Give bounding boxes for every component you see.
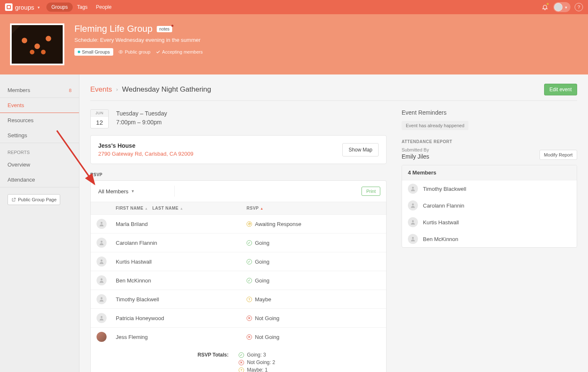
submitted-by-label: Submitted By <box>402 147 429 152</box>
svg-point-11 <box>412 237 414 239</box>
status-icon: ✕ <box>247 316 252 321</box>
member-filter-select[interactable]: All Members ▼ <box>97 188 135 195</box>
member-name: Carolann Flannin <box>423 203 464 209</box>
svg-point-6 <box>101 297 103 299</box>
total-line: ?Maybe: 1 <box>239 367 380 372</box>
event-month: JUN <box>91 110 108 117</box>
svg-point-10 <box>412 220 414 222</box>
table-row[interactable]: Marla Briland⏱Awaiting Response <box>91 215 386 233</box>
bell-icon[interactable] <box>540 2 550 12</box>
avatar-icon <box>97 219 107 229</box>
sidebar-item-settings[interactable]: Settings <box>0 128 79 143</box>
avatar-icon <box>408 184 418 194</box>
members-card: 4 Members Timothy BlackwellCarolann Flan… <box>402 165 577 248</box>
table-row[interactable]: Jess Fleming✕Not Going <box>91 328 386 346</box>
table-row[interactable]: Timothy Blackwell?Maybe <box>91 290 386 309</box>
public-group-page-button[interactable]: Public Group Page <box>8 194 60 205</box>
notes-badge[interactable]: notes <box>157 26 172 32</box>
user-menu[interactable]: ▾ <box>553 2 570 12</box>
status-icon: ✓ <box>247 259 252 264</box>
svg-point-3 <box>101 241 103 243</box>
rsvp-status: Going <box>255 240 270 246</box>
modify-report-button[interactable]: Modify Report <box>540 150 577 160</box>
svg-point-2 <box>101 222 103 224</box>
attendance-report-label: ATTENDANCE REPORT <box>402 139 577 144</box>
brand-name: groups <box>15 4 34 11</box>
nav-groups[interactable]: Groups <box>46 3 73 12</box>
svg-point-5 <box>101 278 103 280</box>
table-row[interactable]: Patricia Honeywood✕Not Going <box>91 309 386 328</box>
member-name: Patricia Honeywood <box>116 315 247 321</box>
status-icon: ✕ <box>247 334 252 340</box>
status-icon: ⏱ <box>247 221 252 227</box>
nav-people[interactable]: People <box>92 3 116 12</box>
svg-point-4 <box>101 259 103 262</box>
rsvp-status: Maybe <box>255 296 271 303</box>
member-row[interactable]: Timothy Blackwell <box>402 180 577 197</box>
total-line: ✕Not Going: 2 <box>239 359 380 365</box>
col-first-name[interactable]: FIRST NAME <box>116 206 143 210</box>
event-status-badge: Event has already happened <box>402 121 468 130</box>
help-icon[interactable]: ? <box>575 3 583 11</box>
rsvp-status: Not Going <box>255 315 280 321</box>
avatar-icon <box>408 200 418 210</box>
svg-point-7 <box>101 316 103 318</box>
col-rsvp[interactable]: RSVP <box>247 206 259 210</box>
location-card: Jess's House 2790 Gateway Rd, Carlsbad, … <box>90 135 387 164</box>
avatar-icon <box>97 275 107 285</box>
svg-point-0 <box>120 51 121 53</box>
avatar-icon <box>554 3 563 11</box>
avatar-icon <box>408 234 418 244</box>
table-row[interactable]: Kurtis Hastwall✓Going <box>91 252 386 271</box>
member-name: Kurtis Hastwall <box>423 219 459 226</box>
member-row[interactable]: Kurtis Hastwall <box>402 214 577 231</box>
member-name: Carolann Flannin <box>116 240 247 246</box>
total-line: ✓Going: 3 <box>239 352 380 358</box>
rsvp-status: Not Going <box>255 334 280 340</box>
table-row[interactable]: Ben McKinnon✓Going <box>91 271 386 290</box>
col-last-name[interactable]: LAST NAME <box>152 206 178 210</box>
member-row[interactable]: Ben McKinnon <box>402 231 577 247</box>
sidebar-section-reports: REPORTS <box>0 143 79 157</box>
accepting-label: Accepting members <box>155 49 203 54</box>
rsvp-section-label: RSVP <box>90 172 387 177</box>
print-button[interactable]: Print <box>361 187 380 196</box>
sidebar: Members8 Events Resources Settings REPOR… <box>0 74 79 372</box>
chevron-right-icon: › <box>116 87 118 92</box>
group-header: Fleming Life Group notes Schedule: Every… <box>0 14 588 74</box>
members-count: 4 Members <box>402 165 577 180</box>
sidebar-item-overview[interactable]: Overview <box>0 157 79 172</box>
group-image <box>10 23 64 65</box>
rsvp-status: Going <box>255 259 270 265</box>
chevron-down-icon: ▾ <box>38 5 40 10</box>
nav-tags[interactable]: Tags <box>73 3 92 12</box>
sidebar-item-attendance[interactable]: Attendance <box>0 172 79 187</box>
event-date-box: JUN 12 <box>90 109 109 128</box>
member-row[interactable]: Carolann Flannin <box>402 197 577 214</box>
edit-event-button[interactable]: Edit event <box>544 84 577 95</box>
reminders-title: Event Reminders <box>402 109 577 116</box>
group-tag[interactable]: Small Groups <box>74 48 113 56</box>
event-date-range: Tuesday – Tuesday <box>116 109 167 118</box>
app-logo[interactable]: groups ▾ <box>5 3 40 11</box>
sidebar-item-events[interactable]: Events <box>0 98 79 113</box>
member-name: Timothy Blackwell <box>116 296 247 303</box>
member-name: Ben McKinnon <box>423 236 458 242</box>
member-name: Jess Fleming <box>116 334 247 340</box>
show-map-button[interactable]: Show Map <box>342 143 379 156</box>
svg-point-9 <box>412 203 414 205</box>
member-name: Timothy Blackwell <box>423 186 466 192</box>
event-time-range: 7:00pm – 9:00pm <box>116 118 167 127</box>
sidebar-item-members[interactable]: Members8 <box>0 83 79 98</box>
table-row[interactable]: Carolann Flannin✓Going <box>91 233 386 252</box>
chevron-down-icon: ▼ <box>131 189 135 193</box>
status-icon: ✓ <box>247 278 252 283</box>
member-name: Kurtis Hastwall <box>116 259 247 265</box>
status-icon: ? <box>247 297 252 302</box>
sidebar-item-resources[interactable]: Resources <box>0 113 79 128</box>
breadcrumb: Events › Wednesday Night Gathering Edit … <box>90 84 577 95</box>
breadcrumb-root[interactable]: Events <box>90 85 112 94</box>
location-address[interactable]: 2790 Gateway Rd, Carlsbad, CA 92009 <box>98 151 193 157</box>
avatar-icon <box>97 313 107 323</box>
status-icon: ✓ <box>247 240 252 246</box>
